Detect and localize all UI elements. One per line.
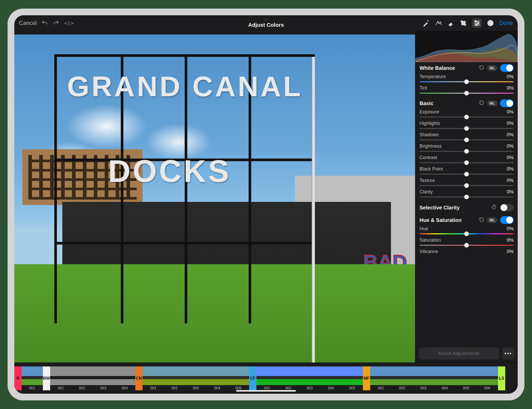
filter-preset-strip[interactable]: R 001 BW 001 002 003 004 CN 001 002 003 … xyxy=(14,363,518,394)
filter-thumb[interactable]: 001 xyxy=(143,366,164,390)
tint-value: 0% xyxy=(507,85,514,91)
hue-saturation-reset-icon[interactable] xyxy=(479,217,484,223)
filter-thumb[interactable]: 004 xyxy=(320,366,342,390)
clarity-slider[interactable] xyxy=(420,196,514,197)
contrast-slider[interactable] xyxy=(420,162,514,163)
white-balance-ml-button[interactable]: ML xyxy=(487,65,497,71)
filter-thumb[interactable]: 005 xyxy=(455,366,477,390)
filter-chip-mf[interactable]: MF xyxy=(363,366,370,390)
filter-thumb[interactable]: 003 xyxy=(413,366,434,390)
hue-saturation-toggle[interactable] xyxy=(500,216,514,224)
basic-reset-icon[interactable] xyxy=(479,100,484,107)
photo-canvas[interactable]: BAD GRAND CANAL DOCKS xyxy=(14,35,415,363)
filter-thumb[interactable]: 004 xyxy=(207,366,228,390)
texture-label: Texture xyxy=(420,178,435,183)
temperature-value: 0% xyxy=(507,74,514,79)
hue-saturation-title: Hue & Saturation xyxy=(420,217,462,223)
temperature-slider[interactable] xyxy=(420,81,514,82)
filter-thumb[interactable]: 004 xyxy=(434,366,455,390)
redo-button[interactable] xyxy=(53,20,59,26)
white-balance-toggle[interactable] xyxy=(500,64,514,72)
contrast-label: Contrast xyxy=(420,155,437,160)
highlights-label: Highlights xyxy=(420,121,440,126)
highlights-slider[interactable] xyxy=(420,128,514,129)
filter-thumb[interactable]: 001 xyxy=(370,366,391,390)
filter-chip-cn[interactable]: CN xyxy=(135,366,143,390)
svg-point-0 xyxy=(427,20,429,21)
filter-thumb[interactable]: 001 xyxy=(50,366,71,390)
highlights-value: 0% xyxy=(507,121,514,126)
eraser-button[interactable] xyxy=(447,19,455,27)
filter-chip-ls[interactable]: LS xyxy=(498,366,505,390)
brightness-slider[interactable] xyxy=(420,151,514,152)
filter-thumb[interactable]: 004 xyxy=(114,366,135,390)
black-point-slider[interactable] xyxy=(420,174,514,175)
finger-paint-icon[interactable] xyxy=(491,204,497,212)
svg-point-2 xyxy=(478,23,479,24)
basic-toggle[interactable] xyxy=(500,99,514,107)
exposure-label: Exposure xyxy=(420,109,439,115)
filter-chip-cf[interactable]: CF xyxy=(249,366,256,390)
tint-label: Tint xyxy=(420,85,427,91)
shadows-label: Shadows xyxy=(420,132,439,138)
white-balance-title: White Balance xyxy=(420,65,455,71)
filter-chip-r[interactable]: R xyxy=(14,366,22,390)
home-indicator[interactable] xyxy=(236,390,296,392)
clarity-label: Clarity xyxy=(420,189,433,195)
hue-value: 0% xyxy=(507,226,514,231)
filter-thumb[interactable]: 003 xyxy=(185,366,207,390)
hue-saturation-ml-button[interactable]: ML xyxy=(487,217,497,223)
shadows-value: 0% xyxy=(507,132,514,138)
brightness-label: Brightness xyxy=(420,144,442,149)
svg-point-5 xyxy=(489,23,490,23)
filter-thumb[interactable]: 001 xyxy=(256,366,278,390)
basic-title: Basic xyxy=(420,100,433,106)
selective-clarity-toggle[interactable] xyxy=(500,204,514,212)
cancel-button[interactable]: Cancel xyxy=(19,20,37,26)
filter-thumb[interactable]: 003 xyxy=(299,366,320,390)
ml-enhance-button[interactable] xyxy=(435,19,442,27)
crop-button[interactable] xyxy=(460,19,467,27)
black-point-value: 0% xyxy=(507,166,514,172)
temperature-label: Temperature xyxy=(420,74,446,79)
exposure-slider[interactable] xyxy=(420,117,514,118)
code-toolbar-icon[interactable]: <|> xyxy=(64,20,74,26)
brightness-value: 0% xyxy=(507,144,514,149)
filter-thumb[interactable]: 002 xyxy=(71,366,93,390)
tint-slider[interactable] xyxy=(420,93,514,94)
filter-thumb[interactable]: 003 xyxy=(93,366,114,390)
filter-chip-bw[interactable]: BW xyxy=(43,366,50,390)
basic-ml-button[interactable]: ML xyxy=(487,100,497,106)
svg-point-7 xyxy=(491,23,492,23)
hue-slider[interactable] xyxy=(420,233,514,234)
filter-thumb[interactable]: 005 xyxy=(228,366,249,390)
histogram[interactable] xyxy=(415,31,518,62)
svg-point-6 xyxy=(490,23,491,23)
undo-button[interactable] xyxy=(41,20,48,26)
adjust-sliders-button[interactable] xyxy=(472,18,482,28)
more-menu-button[interactable] xyxy=(487,19,494,27)
filter-thumb[interactable]: 002 xyxy=(391,366,413,390)
saturation-value: 0% xyxy=(507,237,514,243)
filter-thumb[interactable]: 001 xyxy=(22,366,43,390)
black-point-label: Black Point xyxy=(420,166,443,172)
texture-value: 0% xyxy=(507,178,514,183)
svg-point-1 xyxy=(475,21,476,22)
adjustments-more-button[interactable]: ••• xyxy=(502,347,514,359)
grabber-icon[interactable]: ••• xyxy=(264,18,268,21)
magic-wand-ml-button[interactable] xyxy=(422,19,430,27)
reset-adjustments-button[interactable]: Reset Adjustments xyxy=(419,347,499,359)
hue-label: Hue xyxy=(420,226,428,231)
screen-title: Adjust Colors xyxy=(248,22,284,28)
filter-thumb[interactable]: 005 xyxy=(342,366,363,390)
filter-thumb[interactable]: 006 xyxy=(477,366,498,390)
done-button[interactable]: Done xyxy=(499,20,513,26)
saturation-slider[interactable] xyxy=(420,245,514,246)
shadows-slider[interactable] xyxy=(420,139,514,140)
adjustments-sidebar: White Balance ML Temperature0% Tint0% xyxy=(415,31,518,363)
filter-thumb[interactable]: 002 xyxy=(164,366,185,390)
white-balance-reset-icon[interactable] xyxy=(479,65,484,71)
filter-thumb[interactable]: 002 xyxy=(278,366,299,390)
texture-slider[interactable] xyxy=(420,185,514,186)
topbar: Cancel <|> ••• Adjust Colors xyxy=(14,15,518,31)
